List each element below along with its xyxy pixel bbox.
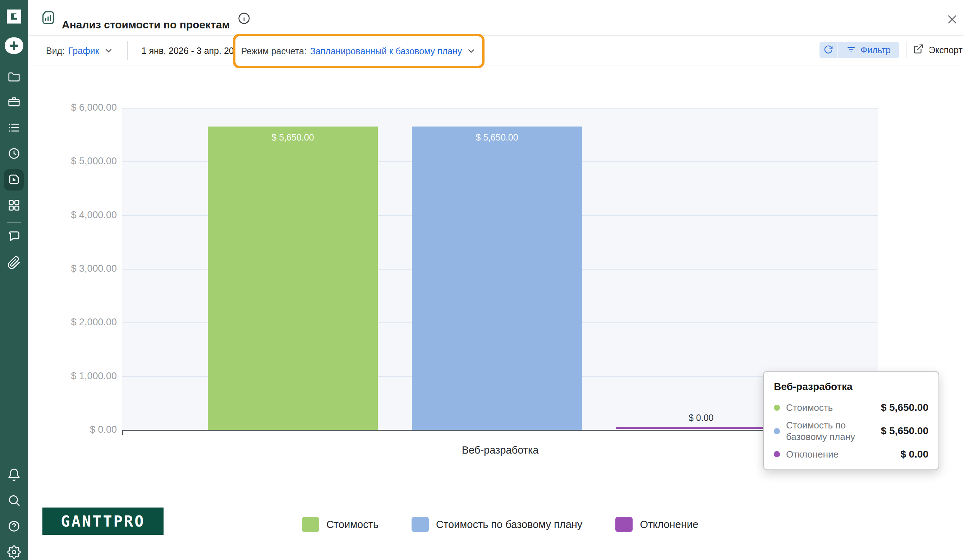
sidebar-item-comments[interactable] <box>0 230 28 243</box>
notifications-button[interactable] <box>0 468 28 482</box>
page-title: Анализ стоимости по проектам <box>62 19 230 31</box>
tooltip-label: Стоимость по базовому плану <box>786 420 881 443</box>
toolbar-right: Фильтр Экспорт <box>819 42 962 58</box>
legend-label: Стоимость по базовому плану <box>436 519 582 531</box>
y-axis-tick: $ 1,000.00 <box>36 371 117 382</box>
toolbar-separator <box>906 42 907 58</box>
sidebar-divider <box>7 222 21 223</box>
tooltip-value: $ 5,650.00 <box>881 402 928 413</box>
task-list-icon <box>7 121 21 135</box>
y-axis-tick: $ 6,000.00 <box>36 102 117 113</box>
cost-analysis-window: Анализ стоимости по проектам Вид: График… <box>0 0 964 560</box>
y-axis-tick: $ 4,000.00 <box>36 210 117 221</box>
legend-label: Отклонение <box>640 519 699 531</box>
tooltip-row: Стоимость $ 5,650.00 <box>774 402 928 414</box>
legend-item-baseline-cost[interactable]: Стоимость по базовому плану <box>412 517 582 532</box>
tooltip-value: $ 5,650.00 <box>881 425 928 437</box>
date-range[interactable]: 1 янв. 2026 - 3 апр. 2026 <box>142 46 244 56</box>
sidebar-item-workload[interactable] <box>0 199 28 212</box>
refresh-button[interactable] <box>819 42 837 58</box>
tooltip-row: Отклонение $ 0.00 <box>774 449 928 461</box>
bar-value-label: $ 0.00 <box>616 413 786 423</box>
report-doc-icon <box>40 9 57 26</box>
help-icon <box>7 519 21 534</box>
sidebar-item-reports[interactable] <box>0 173 28 187</box>
header-divider <box>28 35 964 36</box>
sidebar-item-portfolio[interactable] <box>0 96 28 109</box>
calculation-mode-dropdown[interactable]: Режим расчета: Запланированный к базовом… <box>233 34 485 68</box>
series-dot <box>774 428 780 434</box>
add-button[interactable] <box>5 37 23 54</box>
ganttpro-wordmark: GANTTPRO <box>42 508 164 535</box>
bell-icon <box>7 468 21 483</box>
export-button[interactable]: Экспорт <box>913 42 962 58</box>
grid-icon <box>7 199 21 213</box>
search-button[interactable] <box>0 494 28 508</box>
toolbar-separator <box>127 41 128 60</box>
filter-icon <box>846 44 856 56</box>
filter-button[interactable]: Фильтр <box>837 42 899 58</box>
sidebar-item-time-log[interactable] <box>0 147 28 161</box>
tooltip-label: Стоимость <box>786 402 881 414</box>
close-icon <box>946 21 958 27</box>
y-axis-tick: $ 2,000.00 <box>36 317 117 328</box>
paperclip-icon <box>7 256 21 271</box>
export-icon <box>913 44 924 57</box>
view-dropdown[interactable]: График <box>68 46 99 56</box>
sidebar-item-tasks[interactable] <box>0 121 28 135</box>
settings-button[interactable] <box>0 545 28 559</box>
legend-item-deviation[interactable]: Отклонение <box>616 517 699 532</box>
series-dot <box>774 451 780 457</box>
gear-icon <box>7 545 21 560</box>
chat-icon <box>7 230 21 244</box>
folder-icon <box>7 70 21 85</box>
refresh-icon <box>823 45 833 56</box>
briefcase-icon <box>7 95 21 110</box>
chart-legend: Стоимость Стоимость по базовому плану От… <box>122 517 878 532</box>
toolbar-divider <box>28 65 964 65</box>
help-button[interactable] <box>0 520 28 533</box>
tooltip-row: Стоимость по базовому плану $ 5,650.00 <box>774 420 928 443</box>
export-label: Экспорт <box>929 45 962 55</box>
ganttpro-logo-icon[interactable] <box>5 7 23 27</box>
close-button[interactable] <box>945 13 959 27</box>
legend-swatch <box>302 517 319 532</box>
bar-value-label: $ 5,650.00 <box>475 132 518 430</box>
axis-tick-mark <box>122 430 123 435</box>
mode-label: Режим расчета: <box>241 46 306 57</box>
search-icon <box>7 493 21 508</box>
sidebar <box>0 0 28 560</box>
legend-label: Стоимость <box>326 519 378 531</box>
toolbar-left: Вид: График 1 янв. 2026 - 3 апр. 2026 <box>46 42 244 59</box>
y-axis-tick: $ 5,000.00 <box>36 156 117 167</box>
y-axis-tick: $ 3,000.00 <box>36 263 117 274</box>
bar-value-label: $ 5,650.00 <box>271 132 314 430</box>
info-icon[interactable] <box>237 11 251 25</box>
filter-label: Фильтр <box>860 45 891 55</box>
chart-tooltip: Веб-разработка Стоимость $ 5,650.00 Стои… <box>763 371 939 470</box>
gridline <box>122 108 878 109</box>
sidebar-item-projects[interactable] <box>0 70 28 84</box>
chevron-down-icon[interactable] <box>104 46 114 56</box>
legend-item-cost[interactable]: Стоимость <box>302 517 378 532</box>
series-dot <box>774 405 780 411</box>
sidebar-item-attachments[interactable] <box>0 256 28 270</box>
tooltip-title: Веб-разработка <box>774 381 928 392</box>
clock-icon <box>7 147 21 161</box>
bar-baseline-cost[interactable]: $ 5,650.00 <box>412 127 582 430</box>
legend-swatch <box>412 517 429 532</box>
view-label: Вид: <box>46 46 65 56</box>
tooltip-value: $ 0.00 <box>900 449 928 460</box>
chevron-down-icon <box>466 46 476 56</box>
legend-swatch <box>616 517 633 532</box>
report-icon <box>7 173 21 187</box>
tooltip-label: Отклонение <box>786 449 900 461</box>
bar-cost[interactable]: $ 5,650.00 <box>208 127 378 430</box>
bar-deviation[interactable] <box>616 427 786 429</box>
y-axis-tick: $ 0.00 <box>36 424 117 435</box>
mode-value: Запланированный к базовому плану <box>310 46 462 57</box>
